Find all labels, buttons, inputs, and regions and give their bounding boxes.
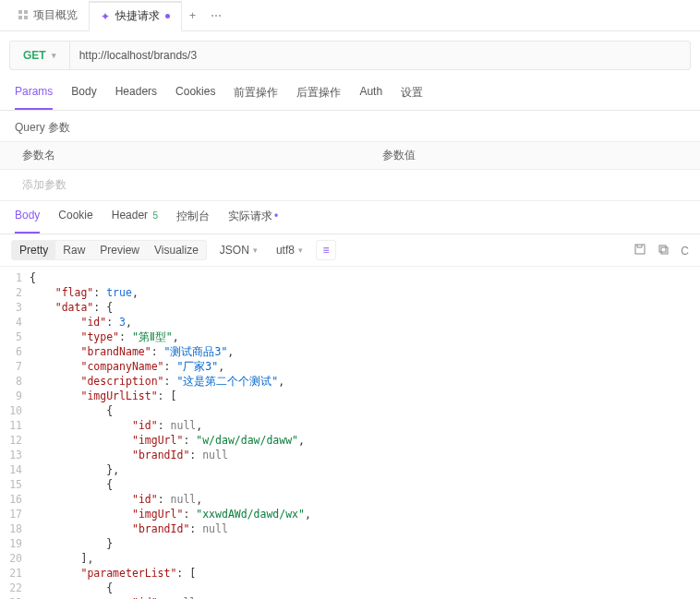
- copy-response-button[interactable]: [658, 245, 671, 258]
- col-param-value: 参数值: [382, 148, 416, 163]
- reqtab-settings[interactable]: 设置: [401, 85, 423, 110]
- restab-actual-label: 实际请求: [228, 210, 272, 222]
- chevron-down-icon: ▾: [52, 51, 56, 60]
- restab-console[interactable]: 控制台: [176, 209, 210, 234]
- reqtab-pre[interactable]: 前置操作: [234, 85, 278, 110]
- reqtab-post[interactable]: 后置操作: [296, 85, 341, 110]
- format-select[interactable]: JSON ▾: [214, 244, 263, 257]
- restab-header[interactable]: Header 5: [112, 209, 158, 234]
- restab-header-label: Header: [112, 209, 148, 222]
- format-label: JSON: [220, 244, 249, 257]
- view-raw[interactable]: Raw: [55, 241, 92, 259]
- unsaved-dot-icon: [165, 14, 170, 18]
- encoding-select[interactable]: utf8 ▾: [271, 244, 308, 257]
- svg-rect-0: [18, 10, 22, 14]
- view-preview[interactable]: Preview: [92, 241, 147, 259]
- view-mode-segment: Pretty Raw Preview Visualize: [11, 240, 207, 260]
- restab-cookie[interactable]: Cookie: [58, 209, 92, 234]
- restab-body[interactable]: Body: [15, 209, 40, 234]
- reqtab-params[interactable]: Params: [15, 85, 53, 110]
- add-param-row[interactable]: 添加参数: [0, 170, 700, 201]
- tab-quick-request[interactable]: ✦ 快捷请求: [89, 1, 182, 31]
- chevron-down-icon: ▾: [298, 246, 303, 255]
- restab-actual[interactable]: 实际请求•: [228, 209, 278, 234]
- col-param-name: 参数名: [22, 148, 382, 163]
- line-gutter: 1 2 3 4 5 6 7 8 9 10 11 12 13 14 15 16 1…: [0, 267, 30, 599]
- add-tab-button[interactable]: +: [182, 9, 203, 22]
- request-bar: GET ▾: [9, 41, 691, 70]
- response-toolbar: Pretty Raw Preview Visualize JSON ▾ utf8…: [0, 234, 700, 267]
- save-response-button[interactable]: [634, 245, 648, 258]
- view-visualize[interactable]: Visualize: [147, 241, 206, 259]
- tab-label: 项目概览: [33, 7, 78, 23]
- filter-icon: ≡: [322, 244, 329, 257]
- header-count-badge: 5: [152, 210, 158, 221]
- lightning-icon: ✦: [101, 10, 110, 23]
- response-body: 1 2 3 4 5 6 7 8 9 10 11 12 13 14 15 16 1…: [0, 267, 700, 599]
- reqtab-body[interactable]: Body: [71, 85, 96, 110]
- reqtab-headers[interactable]: Headers: [115, 85, 157, 110]
- encoding-label: utf8: [276, 244, 295, 257]
- url-input[interactable]: [70, 49, 690, 62]
- tab-project-overview[interactable]: 项目概览: [7, 0, 89, 30]
- svg-rect-5: [659, 246, 666, 252]
- reqtab-auth[interactable]: Auth: [359, 85, 382, 110]
- svg-rect-3: [24, 16, 28, 19]
- request-tabs: Params Body Headers Cookies 前置操作 后置操作 Au…: [0, 78, 700, 111]
- save-icon: [634, 244, 646, 255]
- tab-bar: 项目概览 ✦ 快捷请求 + ⋯: [0, 0, 700, 31]
- chevron-down-icon: ▾: [253, 246, 258, 255]
- response-tabs: Body Cookie Header 5 控制台 实际请求•: [0, 201, 700, 234]
- svg-rect-2: [18, 16, 22, 19]
- params-header-row: 参数名 参数值: [0, 141, 700, 170]
- method-label: GET: [23, 49, 46, 62]
- tab-label: 快捷请求: [115, 8, 160, 24]
- svg-rect-6: [661, 247, 668, 254]
- copy-icon: [658, 244, 669, 255]
- query-params-title: Query 参数: [0, 111, 700, 141]
- filter-button[interactable]: ≡: [316, 240, 336, 260]
- json-viewer[interactable]: { "flag": true, "data": { "id": 3, "type…: [30, 267, 700, 599]
- view-pretty[interactable]: Pretty: [12, 241, 55, 259]
- overview-icon: [18, 9, 28, 22]
- toolbar-right: C: [625, 244, 689, 258]
- method-select[interactable]: GET ▾: [10, 42, 70, 69]
- tab-more-button[interactable]: ⋯: [203, 9, 229, 22]
- reqtab-cookies[interactable]: Cookies: [175, 85, 215, 110]
- dot-indicator-icon: •: [274, 210, 278, 222]
- svg-rect-1: [24, 10, 28, 14]
- more-response-button[interactable]: C: [681, 245, 689, 258]
